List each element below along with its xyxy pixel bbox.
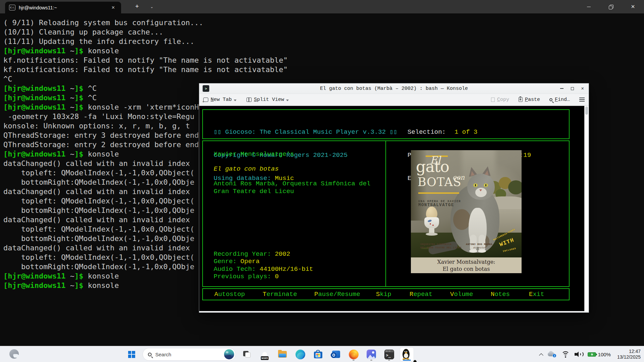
desktop: C:\ hjr@windows11:~ ✕ + ⌄ ✕ ( 9/11) Relo… [0, 0, 644, 362]
giocoso-menu-skip[interactable]: Skip [376, 291, 391, 298]
command-prompt-icon: C:\ [9, 5, 15, 10]
date: 13/12/2025 [617, 354, 641, 360]
taskbar: Search M365 [0, 346, 644, 362]
start-button[interactable] [125, 348, 138, 361]
search-placeholder: Search [155, 352, 171, 357]
windows-terminal-button[interactable]: >_ [382, 348, 396, 361]
tab-close-icon[interactable]: ✕ [109, 4, 117, 11]
giocoso-menu-exit[interactable]: Exit [529, 291, 544, 298]
konsole-maximize-icon[interactable] [571, 87, 574, 90]
giocoso-menu-repeat[interactable]: Repeat [410, 291, 432, 298]
find-button[interactable]: Find… [549, 97, 570, 103]
konsole-close-icon[interactable]: ✕ [581, 86, 584, 91]
giocoso-menu-pause-resume[interactable]: Pause/Resume [314, 291, 360, 298]
terminal-line: [hjr@windows11 ~]$ konsole [3, 46, 288, 56]
previous-plays: Previous plays: 0 [214, 273, 279, 281]
audio-tech: Audio Tech: 44100Hz/16-bit [214, 265, 313, 273]
minimize-icon [587, 7, 591, 7]
cover-conductor-credit: ANTONI ROS MARBÀ, director [466, 243, 494, 249]
track-performers: Antoni Ros Marbà, Orquestra Simfònica de… [214, 180, 370, 188]
track-performers: Gran Teatre del Liceu [214, 188, 294, 195]
giocoso-menu-autostop[interactable]: Autostop [214, 291, 245, 298]
file-explorer-button[interactable] [276, 348, 289, 361]
clock[interactable]: 12:47 13/12/2025 [616, 349, 641, 360]
scrollbar-thumb[interactable] [585, 107, 588, 115]
cloud-icon [13, 355, 19, 358]
edge-icon [296, 350, 305, 359]
scrollbar[interactable] [584, 106, 589, 311]
task-view-button[interactable] [240, 348, 254, 361]
konsole-window-title: El gato con botas (Marbà – 2002) : bash … [199, 86, 589, 92]
weather-widget[interactable] [9, 349, 21, 360]
info-badge: i [552, 354, 556, 358]
photos-icon [367, 350, 376, 359]
battery-percent: 100% [598, 352, 611, 357]
search-input[interactable]: Search [143, 348, 236, 361]
m365-badge: M365 [261, 356, 269, 360]
battery-button[interactable]: 100% [588, 352, 611, 357]
photos-button[interactable] [365, 348, 378, 361]
cover-title-botas: BOTAS [418, 178, 462, 186]
terminal-tab-bar: C:\ hjr@windows11:~ ✕ + ⌄ ✕ [0, 0, 644, 13]
giocoso-menu-notes[interactable]: Notes [491, 291, 510, 298]
microsoft-store-button[interactable] [311, 348, 325, 361]
terminal-icon: >_ [384, 350, 394, 359]
paste-button[interactable]: Paste [519, 97, 540, 103]
konsole-minimize-icon[interactable] [560, 88, 564, 89]
windows-logo-icon [128, 351, 135, 358]
giocoso-player: ▯▯ Giocoso: The Classical Music Player v… [199, 106, 584, 311]
track-composer: Xavier Montsalvatge's [214, 150, 294, 158]
terminal-tab[interactable]: C:\ hjr@windows11:~ ✕ [5, 2, 121, 13]
recording-year: Recording Year: 2002 [214, 250, 290, 258]
wifi-button[interactable] [561, 351, 570, 358]
onedrive-button[interactable]: i [548, 351, 556, 358]
giocoso-header-box: ▯▯ Giocoso: The Classical Music Player v… [202, 109, 570, 139]
new-tab-icon [203, 98, 208, 102]
hamburger-menu-button[interactable] [579, 98, 585, 102]
edge-button[interactable] [293, 348, 307, 361]
new-tab-button[interactable]: + [132, 3, 142, 10]
terminal-line: (10/11) Cleaning up package cache... [3, 27, 288, 37]
outlook-button[interactable] [329, 348, 342, 361]
giocoso-menu-terminate[interactable]: Terminate [263, 291, 297, 298]
split-view-button[interactable]: Split View [247, 97, 289, 103]
terminal-line: ( 9/11) Reloading system bus configurati… [3, 18, 288, 27]
time: 12:47 [617, 349, 641, 355]
copy-icon [491, 98, 495, 102]
giocoso-menu-bar: AutostopTerminatePause/ResumeSkipRepeatV… [202, 288, 570, 300]
album-art: El gato con BOTAS UNA OPERA DE XAVIER MO… [411, 150, 522, 273]
firefox-button[interactable] [347, 348, 360, 361]
tab-dropdown-icon[interactable]: ⌄ [150, 5, 153, 9]
tray-chevron-up-icon[interactable] [539, 353, 543, 357]
restore-button[interactable] [600, 0, 622, 13]
tux-penguin-icon [402, 349, 411, 360]
genre: Genre: Opera [214, 258, 260, 265]
close-button[interactable]: ✕ [622, 0, 644, 13]
terminal-line: kf.notifications: Failed to notify "The … [3, 56, 288, 65]
minimize-button[interactable] [578, 0, 600, 13]
restore-icon [609, 5, 613, 9]
chevron-down-icon [286, 100, 289, 101]
linux-konsole-button[interactable] [400, 348, 414, 361]
konsole-app-icon: > [203, 85, 209, 92]
copilot-m365-button[interactable]: M365 [258, 348, 271, 361]
volume-button[interactable] [575, 351, 583, 357]
cover-orchestra-credit: ORQUESTRA SIMFÒNICA DEL GRAN TEATRE DEL … [420, 243, 462, 249]
copy-button[interactable]: Copy [491, 97, 509, 103]
search-icon [549, 98, 552, 101]
konsole-title-bar[interactable]: > El gato con botas (Marbà – 2002) : bas… [199, 83, 589, 94]
terminal-line: kf.notifications: Failed to notify "The … [3, 65, 288, 74]
terminal-tab-title: hjr@windows11:~ [19, 5, 106, 10]
split-view-icon [247, 98, 252, 102]
album-cover-image: El gato con BOTAS UNA OPERA DE XAVIER MO… [411, 150, 522, 257]
search-highlight-image[interactable] [224, 349, 234, 359]
hamburger-icon [579, 98, 585, 98]
giocoso-main-box: Xavier Montsalvatge's El gato con botas … [202, 140, 570, 287]
firefox-icon [349, 350, 359, 359]
konsole-terminal-area[interactable]: ▯▯ Giocoso: The Classical Music Player v… [199, 106, 589, 311]
giocoso-menu-volume[interactable]: Volume [450, 291, 473, 298]
charging-bolt-icon [591, 353, 594, 356]
new-tab-button[interactable]: New Tab [203, 97, 236, 103]
giocoso-title: ▯▯ Giocoso: The Classical Music Player v… [214, 128, 397, 136]
paste-icon [519, 97, 523, 102]
